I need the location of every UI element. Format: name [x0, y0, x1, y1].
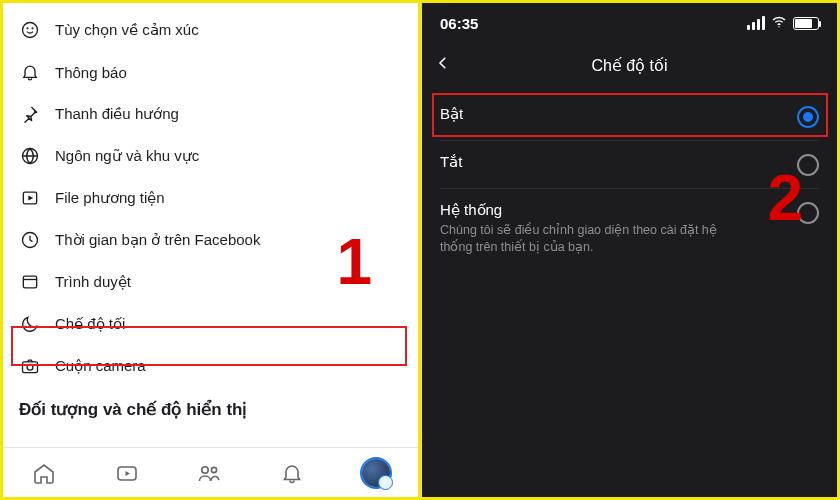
- option-label: Tắt: [440, 153, 462, 171]
- bottom-nav: [3, 447, 418, 497]
- row-language-region[interactable]: Ngôn ngữ và khu vực: [3, 135, 418, 177]
- status-bar: 06:35 79: [422, 3, 837, 43]
- svg-point-14: [778, 26, 779, 27]
- section-header-audience: Đối tượng và chế độ hiển thị: [3, 387, 418, 428]
- svg-rect-7: [23, 276, 36, 288]
- row-dark-mode[interactable]: Chế độ tối: [3, 303, 418, 345]
- status-time: 06:35: [440, 15, 478, 32]
- row-label: Tùy chọn về cảm xúc: [55, 21, 199, 39]
- svg-point-0: [23, 23, 38, 38]
- option-off[interactable]: Tắt: [422, 141, 837, 188]
- battery-indicator: 79: [793, 17, 819, 30]
- cellular-icon: [747, 16, 765, 30]
- svg-marker-5: [28, 196, 33, 201]
- row-label: Thanh điều hướng: [55, 105, 179, 123]
- settings-list: Tùy chọn về cảm xúc Thông báo Thanh điều…: [3, 3, 418, 447]
- settings-menu-pane: Tùy chọn về cảm xúc Thông báo Thanh điều…: [0, 0, 420, 500]
- bell-icon: [19, 61, 41, 83]
- row-time-on-fb[interactable]: Thời gian bạn ở trên Facebook: [3, 219, 418, 261]
- friends-icon[interactable]: [196, 460, 222, 486]
- smile-icon: [19, 19, 41, 41]
- pin-icon: [19, 103, 41, 125]
- page-title: Chế độ tối: [591, 56, 667, 75]
- row-label: Trình duyệt: [55, 273, 131, 291]
- wifi-icon: [771, 14, 787, 33]
- svg-point-2: [32, 28, 33, 29]
- dark-mode-options: Bật Tắt Hệ thống Chúng tôi sẽ điều chỉnh…: [422, 87, 837, 268]
- option-on[interactable]: Bật: [422, 93, 837, 140]
- clock-icon: [19, 229, 41, 251]
- row-label: Thời gian bạn ở trên Facebook: [55, 231, 260, 249]
- radio-system[interactable]: [797, 202, 819, 224]
- option-label: Hệ thống: [440, 201, 740, 219]
- row-label: File phương tiện: [55, 189, 165, 207]
- status-right: 79: [747, 14, 819, 33]
- row-label: Cuộn camera: [55, 357, 146, 375]
- option-desc: Chúng tôi sẽ điều chỉnh giao diện theo c…: [440, 222, 740, 256]
- camera-icon: [19, 355, 41, 377]
- row-camera-roll[interactable]: Cuộn camera: [3, 345, 418, 387]
- svg-point-9: [27, 364, 33, 370]
- menu-avatar[interactable]: [362, 459, 390, 487]
- row-notifications[interactable]: Thông báo: [3, 51, 418, 93]
- option-system[interactable]: Hệ thống Chúng tôi sẽ điều chỉnh giao di…: [422, 189, 837, 268]
- globe-icon: [19, 145, 41, 167]
- row-label: Ngôn ngữ và khu vực: [55, 147, 199, 165]
- svg-marker-11: [125, 471, 130, 476]
- radio-on[interactable]: [797, 106, 819, 128]
- media-icon: [19, 187, 41, 209]
- svg-point-13: [212, 467, 217, 472]
- back-button[interactable]: [434, 54, 452, 76]
- row-reaction-preferences[interactable]: Tùy chọn về cảm xúc: [3, 9, 418, 51]
- moon-icon: [19, 313, 41, 335]
- row-label: Thông báo: [55, 64, 127, 81]
- row-label: Chế độ tối: [55, 315, 125, 333]
- notifications-icon[interactable]: [279, 460, 305, 486]
- home-icon[interactable]: [31, 460, 57, 486]
- browser-icon: [19, 271, 41, 293]
- detail-header: Chế độ tối: [422, 43, 837, 87]
- svg-point-1: [27, 28, 28, 29]
- row-navbar[interactable]: Thanh điều hướng: [3, 93, 418, 135]
- option-label: Bật: [440, 105, 463, 123]
- watch-icon[interactable]: [114, 460, 140, 486]
- dark-mode-pane: 06:35 79 Chế độ tối Bật Tắt: [420, 0, 840, 500]
- row-media-files[interactable]: File phương tiện: [3, 177, 418, 219]
- svg-rect-8: [23, 362, 38, 373]
- radio-off[interactable]: [797, 154, 819, 176]
- svg-point-12: [202, 466, 208, 472]
- row-browser[interactable]: Trình duyệt: [3, 261, 418, 303]
